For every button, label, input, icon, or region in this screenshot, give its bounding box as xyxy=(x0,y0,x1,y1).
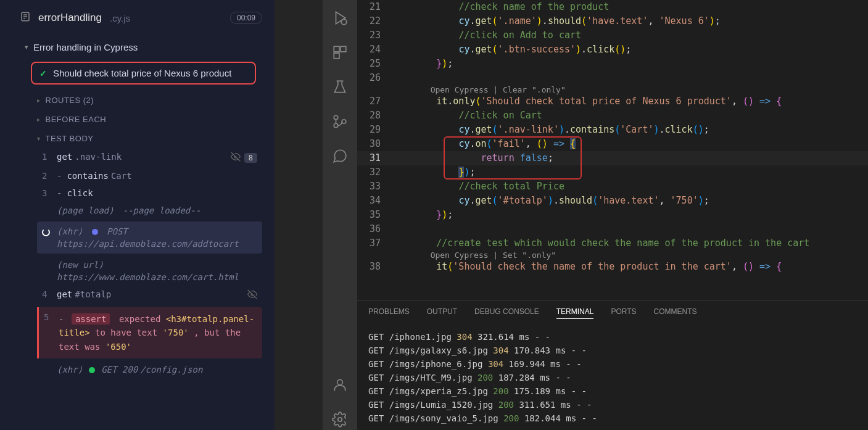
xhr-url: https://api.demoblaze.com/addtocart xyxy=(57,239,239,249)
svg-rect-10 xyxy=(334,53,339,59)
line-number: 38 xyxy=(357,260,392,274)
editor-area: 21 //check name of the product 22 cy.get… xyxy=(357,0,868,430)
cmd-arg: .nav-link xyxy=(75,152,122,162)
line-number: 30 xyxy=(357,137,392,151)
svg-marker-6 xyxy=(336,12,345,24)
chevron-right-icon: ▸ xyxy=(37,97,41,104)
line-number: 35 xyxy=(357,208,392,222)
cmd-method: click xyxy=(67,188,93,198)
section-before-each[interactable]: ▸ BEFORE EACH xyxy=(0,110,275,129)
tab-problems[interactable]: PROBLEMS xyxy=(368,307,410,319)
line-number: 21 xyxy=(357,0,392,14)
svg-point-13 xyxy=(334,123,338,128)
cmd-xhr-post[interactable]: (xhr) POST https://api.demoblaze.com/add… xyxy=(37,221,262,254)
line-number: 22 xyxy=(357,14,392,28)
section-routes[interactable]: ▸ ROUTES (2) xyxy=(0,91,275,110)
eye-off-icon[interactable] xyxy=(247,289,257,301)
comments-icon[interactable] xyxy=(332,148,348,167)
cmd-get[interactable]: 1 get .nav-link 8 xyxy=(37,148,262,167)
svg-point-7 xyxy=(341,19,347,25)
cmd-contains[interactable]: 2 - contains Cart xyxy=(37,167,262,184)
line-number: 24 xyxy=(357,43,392,57)
cmd-method: contains xyxy=(67,171,108,181)
spec-extension: .cy.js xyxy=(110,13,130,23)
cmd-arg: #totalp xyxy=(75,289,111,299)
extensions-icon[interactable] xyxy=(332,44,348,63)
line-number: 29 xyxy=(357,123,392,137)
bottom-panel: PROBLEMS OUTPUT DEBUG CONSOLE TERMINAL P… xyxy=(357,300,868,430)
command-log: 1 get .nav-link 8 2 - contains Cart 3 xyxy=(0,148,275,378)
tab-debug-console[interactable]: DEBUG CONSOLE xyxy=(474,307,539,319)
codelens-open-set[interactable]: Open Cypress | Set ".only" xyxy=(357,250,868,260)
cmd-xhr-get[interactable]: (xhr) GET 200 /config.json xyxy=(37,361,262,378)
section-test-body[interactable]: ▾ TEST BODY xyxy=(0,129,275,148)
new-url-label: (new url) xyxy=(57,260,104,270)
cmd-dash: - xyxy=(57,188,62,198)
svg-rect-9 xyxy=(341,46,346,52)
cmd-method: get xyxy=(57,289,72,299)
tab-terminal[interactable]: TERMINAL xyxy=(556,307,594,319)
line-number: 34 xyxy=(357,194,392,208)
terminal-line: GET /imgs/sony_vaio_5.jpg 200 182.044 ms… xyxy=(368,411,857,425)
cmd-number: 2 xyxy=(42,171,57,181)
xhr-method: POST xyxy=(107,226,128,236)
suite-row[interactable]: ▾ Error handling in Cypress xyxy=(0,36,275,59)
testing-icon[interactable] xyxy=(332,79,348,97)
svg-point-12 xyxy=(334,115,338,120)
cypress-runner-panel: errorHandling.cy.js 00:09 ▾ Error handli… xyxy=(0,0,275,430)
test-row[interactable]: ✓ Should check total price of Nexus 6 pr… xyxy=(31,62,256,85)
section-label: ROUTES (2) xyxy=(46,96,94,105)
chevron-down-icon: ▾ xyxy=(25,43,28,51)
eye-off-icon[interactable] xyxy=(231,152,241,163)
cmd-method: get xyxy=(57,152,72,162)
codelens-open-clear[interactable]: Open Cypress | Clear ".only" xyxy=(357,85,868,94)
line-number: 37 xyxy=(357,236,392,250)
cmd-arg: Cart xyxy=(111,171,132,181)
xhr-path: /config.json xyxy=(140,365,202,374)
activity-bar xyxy=(323,0,357,430)
panel-divider[interactable] xyxy=(275,0,323,430)
tab-output[interactable]: OUTPUT xyxy=(427,307,457,319)
svg-point-14 xyxy=(342,120,346,124)
cmd-click[interactable]: 3 - click xyxy=(37,184,262,202)
terminal-line: GET /imgs/Lumia_1520.jpg 200 311.651 ms … xyxy=(368,398,857,411)
page-load-label: (page load) xyxy=(57,205,114,215)
chevron-right-icon: ▸ xyxy=(37,116,41,123)
code-editor[interactable]: 21 //check name of the product 22 cy.get… xyxy=(357,0,868,300)
spec-header: errorHandling.cy.js 00:09 xyxy=(0,0,275,36)
line-number: 33 xyxy=(357,180,392,194)
cmd-number: 3 xyxy=(42,188,57,198)
spec-timer: 00:09 xyxy=(230,12,262,24)
assert-text: to have text xyxy=(95,328,157,337)
source-control-icon[interactable] xyxy=(332,114,348,132)
terminal-line: GET /imgs/HTC_M9.jpg 200 187.284 ms - - xyxy=(368,371,857,384)
section-label: BEFORE EACH xyxy=(46,115,107,124)
settings-gear-icon[interactable] xyxy=(332,411,348,430)
cmd-number: 4 xyxy=(42,289,57,299)
cmd-new-url[interactable]: (new url) https://www.demoblaze.com/cart… xyxy=(37,256,262,286)
line-number: 25 xyxy=(357,57,392,71)
line-number: 27 xyxy=(357,94,392,109)
tab-ports[interactable]: PORTS xyxy=(611,307,636,319)
cmd-assert-failed[interactable]: 5 - assert expected <h3#totalp.panel-tit… xyxy=(37,307,262,358)
cmd-number: 5 xyxy=(44,312,59,322)
terminal-output[interactable]: GET /iphone1.jpg 304 321.614 ms - -GET /… xyxy=(357,325,868,430)
cmd-count-badge: 8 xyxy=(244,153,257,163)
cmd-page-load[interactable]: (page load) --page loaded-- xyxy=(37,202,262,219)
get-dot-icon xyxy=(89,367,95,373)
run-debug-icon[interactable] xyxy=(332,10,348,28)
line-number: 28 xyxy=(357,109,392,123)
assert-prefix: expected xyxy=(119,314,160,324)
svg-point-16 xyxy=(338,418,342,422)
cmd-get-totalp[interactable]: 4 get #totalp xyxy=(37,286,262,305)
line-number: 23 xyxy=(357,28,392,43)
accounts-icon[interactable] xyxy=(332,377,348,395)
terminal-line: GET /imgs/iphone_6.jpg 304 169.944 ms - … xyxy=(368,357,857,371)
page-load-status: --page loaded-- xyxy=(123,205,200,215)
cmd-dash: - xyxy=(59,314,64,324)
tab-comments[interactable]: COMMENTS xyxy=(654,307,697,319)
spinner-icon xyxy=(42,228,50,236)
assert-actual: '650' xyxy=(105,342,131,352)
spec-name: errorHandling xyxy=(38,12,102,24)
xhr-label: (xhr) xyxy=(57,226,83,236)
